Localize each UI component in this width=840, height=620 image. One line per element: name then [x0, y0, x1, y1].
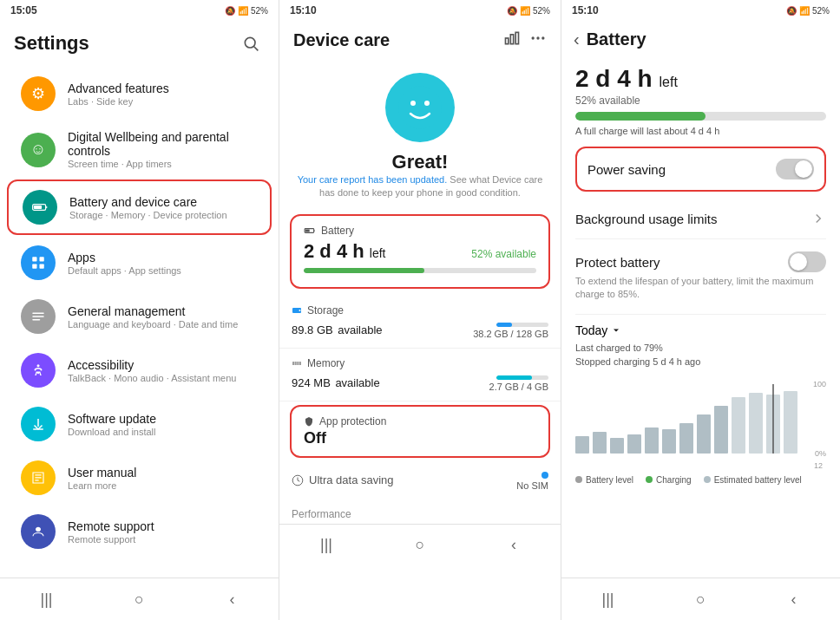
svg-point-0: [245, 37, 255, 48]
status-icons-1: 🔕 📶 52%: [225, 6, 268, 16]
apps-icon: [21, 245, 56, 280]
power-saving-toggle[interactable]: [776, 159, 814, 179]
nav-recent-2[interactable]: |||: [312, 532, 340, 559]
nav-home-2[interactable]: ○: [406, 532, 434, 559]
wellbeing-text: Digital Wellbeing and parental controls …: [68, 130, 258, 169]
storage-item[interactable]: Storage 89.8 GB available 38.2 GB / 128 …: [279, 296, 561, 349]
status-bar-2: 15:10 🔕 📶 52%: [279, 0, 561, 21]
care-desc-link[interactable]: Your care report has been updated.: [298, 174, 448, 185]
svg-rect-8: [32, 313, 44, 315]
today-dropdown[interactable]: Today: [575, 323, 826, 337]
search-button[interactable]: [237, 29, 265, 57]
battery-card-row: 2 d 4 h left 52% available: [304, 240, 536, 263]
protect-battery-item[interactable]: Protect battery To extend the lifespan o…: [575, 239, 826, 315]
bg-limits-row: Background usage limits: [575, 211, 826, 226]
time-2: 15:10: [290, 4, 317, 16]
svg-rect-15: [35, 480, 39, 480]
nav-back-3[interactable]: ‹: [780, 585, 808, 613]
nav-home-3[interactable]: ○: [687, 585, 715, 613]
advanced-text: Advanced features Labs · Side key: [68, 82, 169, 107]
settings-item-manual[interactable]: User manual Learn more: [7, 452, 272, 504]
battery-time-display: 2 d 4 h left: [575, 65, 826, 93]
advanced-icon: ⚙: [21, 76, 56, 111]
toggle-dot: [541, 472, 548, 479]
svg-point-23: [410, 101, 416, 106]
svg-line-1: [254, 47, 259, 51]
memory-row: 924 MB available 2.7 GB / 4 GB: [292, 371, 548, 392]
settings-panel: 15:05 🔕 📶 52% Settings ⚙ Advanced featur…: [0, 0, 279, 620]
battery-available-pct: 52% available: [575, 95, 826, 107]
svg-rect-13: [35, 474, 42, 475]
nav-recent-3[interactable]: |||: [594, 585, 622, 613]
svg-rect-38: [662, 429, 676, 454]
svg-rect-3: [34, 206, 42, 209]
bottom-nav-1: ||| ○ ‹: [0, 578, 279, 620]
svg-rect-42: [732, 397, 745, 454]
svg-point-28: [299, 310, 301, 311]
svg-point-22: [398, 86, 442, 129]
more-options-icon[interactable]: [529, 29, 547, 50]
svg-point-24: [424, 101, 430, 106]
svg-rect-10: [32, 319, 40, 321]
settings-item-software[interactable]: Software update Download and install: [7, 398, 272, 450]
memory-header: Memory: [292, 357, 548, 369]
settings-item-advanced[interactable]: ⚙ Advanced features Labs · Side key: [7, 68, 272, 120]
app-protection-item[interactable]: App protection Off: [290, 405, 550, 458]
svg-point-11: [37, 364, 40, 367]
protect-battery-row: Protect battery: [575, 251, 826, 272]
no-sim-indicator: No SIM: [516, 470, 548, 491]
ultra-data-item[interactable]: Ultra data saving No SIM: [279, 461, 561, 499]
legend-battery-dot: [575, 476, 582, 483]
battery-fill: [304, 268, 424, 273]
apps-text: Apps Default apps · App settings: [68, 251, 181, 276]
settings-item-apps[interactable]: Apps Default apps · App settings: [7, 237, 272, 289]
svg-rect-40: [697, 414, 711, 454]
protect-battery-sub: To extend the lifespan of your battery, …: [575, 275, 826, 302]
protect-battery-toggle[interactable]: [788, 251, 826, 272]
settings-item-battery[interactable]: Battery and device care Storage · Memory…: [7, 179, 272, 235]
settings-header: Settings: [0, 21, 279, 66]
power-saving-label: Power saving: [587, 162, 666, 177]
legend-charging-dot: [646, 476, 653, 483]
bottom-nav-2: ||| ○ ‹: [279, 524, 561, 566]
memory-item[interactable]: Memory 924 MB available 2.7 GB / 4 GB: [279, 349, 561, 401]
power-saving-item[interactable]: Power saving: [575, 147, 826, 192]
software-text: Software update Download and install: [68, 412, 156, 437]
svg-point-21: [541, 36, 544, 39]
memory-detail: 2.7 GB / 4 GB: [489, 371, 548, 392]
software-icon: [21, 407, 56, 441]
svg-rect-9: [32, 316, 44, 317]
remote-text: Remote support Remote support: [68, 519, 154, 545]
svg-rect-17: [510, 35, 513, 44]
battery-care-card[interactable]: Battery 2 d 4 h left 52% available: [290, 214, 550, 289]
chart-svg-container: 100 0%: [575, 380, 826, 458]
svg-rect-14: [35, 477, 42, 478]
settings-item-wellbeing[interactable]: ☺ Digital Wellbeing and parental control…: [7, 121, 272, 178]
great-text: Great!: [392, 151, 449, 173]
svg-rect-5: [40, 257, 44, 261]
battery-progress-fill: [575, 112, 705, 121]
svg-rect-43: [749, 393, 763, 454]
settings-item-remote[interactable]: Remote support Remote support: [7, 506, 272, 558]
svg-rect-41: [714, 406, 728, 454]
care-face-section: Great! Your care report has been updated…: [279, 59, 561, 207]
nav-recent-1[interactable]: |||: [33, 585, 61, 613]
bg-limits-item[interactable]: Background usage limits: [575, 199, 826, 239]
svg-point-20: [536, 36, 539, 39]
nav-back-1[interactable]: ‹: [219, 585, 246, 613]
battery-icon: [23, 190, 57, 225]
svg-rect-33: [575, 436, 589, 454]
settings-item-accessibility[interactable]: Accessibility TalkBack · Mono audio · As…: [7, 344, 272, 396]
battery-available: 52% available: [471, 248, 536, 260]
chart-icon[interactable]: [503, 29, 521, 50]
svg-rect-6: [32, 264, 36, 269]
back-button[interactable]: ‹: [574, 29, 580, 49]
settings-list: ⚙ Advanced features Labs · Side key ☺ Di…: [0, 66, 279, 578]
legend-battery: Battery level: [575, 475, 633, 485]
nav-back-2[interactable]: ‹: [500, 532, 528, 559]
nav-home-1[interactable]: ○: [126, 585, 154, 613]
storage-row: 89.8 GB available 38.2 GB / 128 GB: [292, 318, 548, 339]
battery-progress-bar: [575, 112, 826, 121]
settings-item-general[interactable]: General management Language and keyboard…: [7, 290, 272, 343]
care-description: Your care report has been updated. See w…: [279, 173, 561, 200]
